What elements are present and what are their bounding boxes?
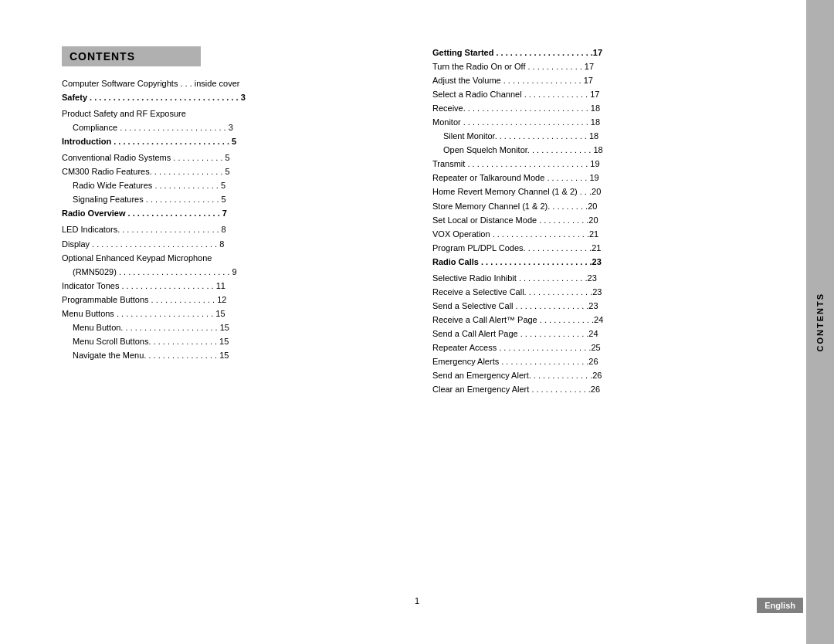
rtoc-entry-18: Send a Selective Call . . . . . . . . . … (432, 300, 772, 313)
rtoc-label-11: Store Memory Channel (1 & 2). . . . . . … (432, 200, 772, 213)
rtoc-label-8: Transmit . . . . . . . . . . . . . . . .… (432, 158, 772, 171)
rtoc-entry-2: Adjust the Volume . . . . . . . . . . . … (432, 74, 772, 87)
toc-entry-17: Menu Button. . . . . . . . . . . . . . .… (62, 321, 402, 334)
rtoc-label-9: Repeater or Talkaround Mode . . . . . . … (432, 171, 772, 185)
rtoc-entry-8: Transmit . . . . . . . . . . . . . . . .… (432, 158, 772, 171)
english-tab: English (757, 598, 803, 613)
toc-entry-3: Compliance . . . . . . . . . . . . . . .… (62, 121, 402, 134)
rtoc-entry-4: Receive. . . . . . . . . . . . . . . . .… (432, 102, 772, 115)
right-column: Getting Started . . . . . . . . . . . . … (432, 46, 772, 397)
left-column: CONTENTS Computer Software Copyrights . … (62, 46, 402, 397)
rtoc-entry-14: Program PL/DPL Codes. . . . . . . . . . … (432, 242, 772, 255)
rtoc-entry-3: Select a Radio Channel . . . . . . . . .… (432, 88, 772, 101)
toc-entry-12: Optional Enhanced Keypad Microphone (62, 252, 402, 265)
rtoc-label-18: Send a Selective Call . . . . . . . . . … (432, 300, 772, 313)
toc-label-11: Display . . . . . . . . . . . . . . . . … (62, 238, 402, 251)
rtoc-label-1: Turn the Radio On or Off . . . . . . . .… (432, 60, 772, 73)
toc-label-2: Product Safety and RF Exposure (62, 107, 402, 120)
toc-label-6: CM300 Radio Features. . . . . . . . . . … (62, 165, 402, 178)
toc-entry-15: Programmable Buttons . . . . . . . . . .… (62, 293, 402, 307)
toc-label-7: Radio Wide Features . . . . . . . . . . … (73, 179, 402, 192)
english-label: English (764, 601, 795, 610)
rtoc-entry-21: Repeater Access . . . . . . . . . . . . … (432, 341, 772, 354)
rtoc-entry-24: Clear an Emergency Alert . . . . . . . .… (432, 383, 772, 396)
toc-entry-2: Product Safety and RF Exposure (62, 107, 402, 120)
toc-entry-7: Radio Wide Features . . . . . . . . . . … (62, 179, 402, 192)
rtoc-entry-15: Radio Calls . . . . . . . . . . . . . . … (432, 256, 772, 269)
sidebar-label: CONTENTS (815, 293, 825, 352)
rtoc-label-7: Open Squelch Monitor. . . . . . . . . . … (443, 144, 772, 157)
toc-entry-8: Signaling Features . . . . . . . . . . .… (62, 193, 402, 206)
rtoc-label-12: Set Local or Distance Mode . . . . . . .… (432, 214, 772, 227)
toc-label-9: Radio Overview . . . . . . . . . . . . .… (62, 207, 402, 220)
toc-label-19: Navigate the Menu. . . . . . . . . . . .… (73, 349, 402, 362)
toc-entry-10: LED Indicators. . . . . . . . . . . . . … (62, 223, 402, 236)
toc-label-5: Conventional Radio Systems . . . . . . .… (62, 151, 402, 164)
toc-entry-13: (RMN5029) . . . . . . . . . . . . . . . … (62, 266, 402, 279)
rtoc-label-5: Monitor . . . . . . . . . . . . . . . . … (432, 116, 772, 129)
toc-label-0: Computer Software Copyrights . . . insid… (62, 77, 402, 90)
toc-label-1: Safety . . . . . . . . . . . . . . . . .… (62, 91, 402, 104)
page-container: CONTENTS Computer Software Copyrights . … (0, 0, 834, 644)
toc-entry-6: CM300 Radio Features. . . . . . . . . . … (62, 165, 402, 178)
rtoc-entry-17: Receive a Selective Call. . . . . . . . … (432, 286, 772, 299)
rtoc-label-20: Send a Call Alert Page . . . . . . . . .… (432, 327, 772, 341)
rtoc-label-15: Radio Calls . . . . . . . . . . . . . . … (432, 256, 772, 269)
rtoc-label-3: Select a Radio Channel . . . . . . . . .… (432, 88, 772, 101)
toc-label-13: (RMN5029) . . . . . . . . . . . . . . . … (73, 266, 402, 279)
toc-entry-1: Safety . . . . . . . . . . . . . . . . .… (62, 91, 402, 104)
rtoc-label-19: Receive a Call Alert™ Page . . . . . . .… (432, 314, 772, 327)
toc-label-17: Menu Button. . . . . . . . . . . . . . .… (73, 321, 402, 334)
contents-header: CONTENTS (62, 46, 201, 66)
toc-label-18: Menu Scroll Buttons. . . . . . . . . . .… (73, 335, 402, 348)
rtoc-entry-10: Home Revert Memory Channel (1 & 2) . . .… (432, 185, 772, 198)
toc-label-3: Compliance . . . . . . . . . . . . . . .… (73, 121, 402, 134)
toc-entry-19: Navigate the Menu. . . . . . . . . . . .… (62, 349, 402, 362)
rtoc-entry-0: Getting Started . . . . . . . . . . . . … (432, 46, 772, 59)
rtoc-label-21: Repeater Access . . . . . . . . . . . . … (432, 341, 772, 354)
rtoc-entry-1: Turn the Radio On or Off . . . . . . . .… (432, 60, 772, 73)
toc-label-4: Introduction . . . . . . . . . . . . . .… (62, 135, 402, 148)
rtoc-label-17: Receive a Selective Call. . . . . . . . … (432, 286, 772, 299)
rtoc-label-24: Clear an Emergency Alert . . . . . . . .… (432, 383, 772, 396)
rtoc-entry-13: VOX Operation . . . . . . . . . . . . . … (432, 228, 772, 241)
rtoc-entry-9: Repeater or Talkaround Mode . . . . . . … (432, 171, 772, 185)
toc-entry-9: Radio Overview . . . . . . . . . . . . .… (62, 207, 402, 220)
toc-label-16: Menu Buttons . . . . . . . . . . . . . .… (62, 307, 402, 320)
rtoc-label-0: Getting Started . . . . . . . . . . . . … (432, 46, 772, 59)
toc-label-12: Optional Enhanced Keypad Microphone (62, 252, 402, 265)
rtoc-entry-5: Monitor . . . . . . . . . . . . . . . . … (432, 116, 772, 129)
main-content: CONTENTS Computer Software Copyrights . … (0, 0, 834, 428)
rtoc-entry-23: Send an Emergency Alert. . . . . . . . .… (432, 369, 772, 382)
toc-entry-4: Introduction . . . . . . . . . . . . . .… (62, 135, 402, 148)
rtoc-label-22: Emergency Alerts . . . . . . . . . . . .… (432, 355, 772, 368)
toc-label-15: Programmable Buttons . . . . . . . . . .… (62, 293, 402, 307)
rtoc-entry-16: Selective Radio Inhibit . . . . . . . . … (432, 272, 772, 285)
toc-entry-18: Menu Scroll Buttons. . . . . . . . . . .… (62, 335, 402, 348)
rtoc-label-6: Silent Monitor. . . . . . . . . . . . . … (443, 130, 772, 143)
right-sidebar: CONTENTS (806, 0, 834, 644)
contents-title: CONTENTS (70, 50, 193, 63)
toc-entry-0: Computer Software Copyrights . . . insid… (62, 77, 402, 90)
rtoc-entry-12: Set Local or Distance Mode . . . . . . .… (432, 214, 772, 227)
page-number: 1 (415, 596, 419, 605)
rtoc-entry-20: Send a Call Alert Page . . . . . . . . .… (432, 327, 772, 341)
toc-label-14: Indicator Tones . . . . . . . . . . . . … (62, 280, 402, 293)
left-toc: Computer Software Copyrights . . . insid… (62, 77, 402, 362)
toc-entry-14: Indicator Tones . . . . . . . . . . . . … (62, 280, 402, 293)
rtoc-entry-11: Store Memory Channel (1 & 2). . . . . . … (432, 200, 772, 213)
rtoc-entry-19: Receive a Call Alert™ Page . . . . . . .… (432, 314, 772, 327)
toc-label-10: LED Indicators. . . . . . . . . . . . . … (62, 223, 402, 236)
rtoc-label-4: Receive. . . . . . . . . . . . . . . . .… (432, 102, 772, 115)
toc-entry-5: Conventional Radio Systems . . . . . . .… (62, 151, 402, 164)
toc-entry-11: Display . . . . . . . . . . . . . . . . … (62, 238, 402, 251)
rtoc-label-10: Home Revert Memory Channel (1 & 2) . . .… (432, 185, 772, 198)
toc-entry-16: Menu Buttons . . . . . . . . . . . . . .… (62, 307, 402, 320)
toc-label-8: Signaling Features . . . . . . . . . . .… (73, 193, 402, 206)
rtoc-entry-22: Emergency Alerts . . . . . . . . . . . .… (432, 355, 772, 368)
rtoc-label-23: Send an Emergency Alert. . . . . . . . .… (432, 369, 772, 382)
rtoc-label-16: Selective Radio Inhibit . . . . . . . . … (432, 272, 772, 285)
rtoc-entry-7: Open Squelch Monitor. . . . . . . . . . … (432, 144, 772, 157)
rtoc-entry-6: Silent Monitor. . . . . . . . . . . . . … (432, 130, 772, 143)
rtoc-label-14: Program PL/DPL Codes. . . . . . . . . . … (432, 242, 772, 255)
